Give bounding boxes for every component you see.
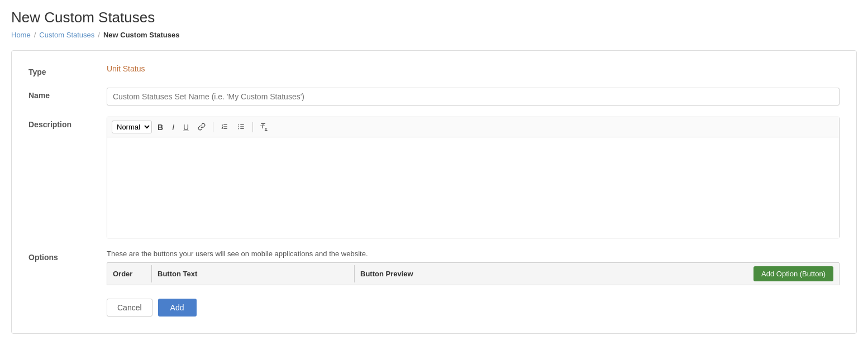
breadcrumb-custom-statuses[interactable]: Custom Statuses <box>39 31 94 39</box>
options-label: Options <box>28 250 107 262</box>
form-card: Type Unit Status Name Description Normal <box>11 50 857 334</box>
name-row: Name <box>28 88 840 106</box>
form-actions: Cancel Add <box>107 299 840 317</box>
description-row: Description Normal B I U <box>28 117 840 238</box>
description-label: Description <box>28 117 107 129</box>
link-button[interactable] <box>194 121 209 133</box>
ordered-list-button[interactable] <box>217 121 232 133</box>
bold-button[interactable]: B <box>154 122 166 133</box>
add-option-button[interactable]: Add Option (Button) <box>753 266 833 281</box>
col-order: Order <box>107 265 152 282</box>
breadcrumb-sep-1: / <box>34 31 36 39</box>
toolbar-sep-2 <box>252 122 253 132</box>
type-label: Type <box>28 64 107 76</box>
col-button-text: Button Text <box>152 265 355 282</box>
editor-body[interactable] <box>107 137 839 238</box>
add-option-wrap: Add Option (Button) <box>748 263 839 285</box>
options-wrap: These are the buttons your users will se… <box>107 250 840 285</box>
name-input-wrap <box>107 88 840 106</box>
unordered-list-button[interactable] <box>234 121 249 133</box>
breadcrumb: Home / Custom Statuses / New Custom Stat… <box>11 31 857 39</box>
options-row: Options These are the buttons your users… <box>28 250 840 285</box>
options-header-row: Order Button Text Button Preview Add Opt… <box>107 263 839 285</box>
options-description: These are the buttons your users will se… <box>107 250 840 258</box>
type-value-wrap: Unit Status <box>107 64 840 73</box>
editor-toolbar: Normal B I U <box>107 117 839 137</box>
col-button-preview: Button Preview <box>355 265 748 282</box>
toolbar-sep-1 <box>213 122 213 132</box>
clear-format-button[interactable]: Tx <box>257 121 270 133</box>
breadcrumb-current: New Custom Statuses <box>103 31 180 39</box>
italic-button[interactable]: I <box>169 122 178 133</box>
name-label: Name <box>28 88 107 100</box>
description-editor: Normal B I U <box>107 117 840 238</box>
type-value: Unit Status <box>107 61 145 73</box>
underline-button[interactable]: U <box>180 122 192 133</box>
add-button[interactable]: Add <box>158 299 197 317</box>
format-select[interactable]: Normal <box>112 121 152 133</box>
breadcrumb-home[interactable]: Home <box>11 31 31 39</box>
page-title: New Custom Statuses <box>11 9 857 26</box>
breadcrumb-sep-2: / <box>98 31 100 39</box>
type-row: Type Unit Status <box>28 64 840 76</box>
page-wrapper: New Custom Statuses Home / Custom Status… <box>0 0 868 350</box>
svg-point-8 <box>239 128 240 129</box>
description-editor-wrap: Normal B I U <box>107 117 840 238</box>
cancel-button[interactable]: Cancel <box>107 299 152 317</box>
options-table-header: Order Button Text Button Preview Add Opt… <box>107 262 840 285</box>
name-input[interactable] <box>107 88 840 106</box>
svg-point-6 <box>239 124 240 125</box>
svg-point-7 <box>239 126 240 127</box>
